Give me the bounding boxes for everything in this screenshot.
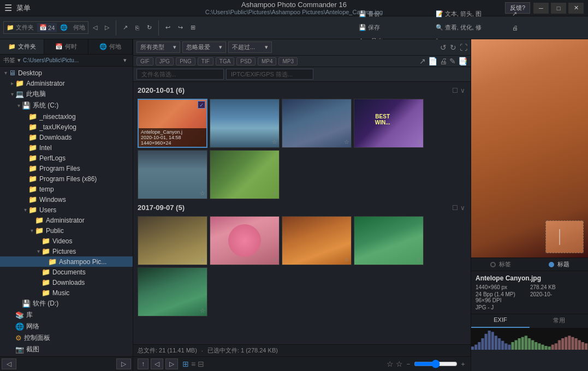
thumbnail-7[interactable]: ☆ (138, 216, 207, 265)
thumbnail-11[interactable]: ☆ (138, 267, 207, 316)
thumb-star-7[interactable]: ☆ (200, 256, 205, 263)
nav-next-button[interactable]: ▷ (165, 358, 178, 369)
star2-icon[interactable]: ☆ (396, 360, 403, 368)
psd-chip[interactable]: PSD (236, 57, 256, 65)
thumbnail-8[interactable]: ☆ (210, 216, 280, 265)
share2-button[interactable]: ↗ (419, 57, 426, 65)
tree-item-programfiles(x86)[interactable]: 📁 Program Files (x86) (0, 173, 133, 184)
tree-item-programfiles[interactable]: 📁 Program Files (0, 163, 133, 173)
gif-chip[interactable]: GIF (136, 57, 153, 65)
thumbnail-selected[interactable]: Antelope_Canyon.j 2020-10-01, 14:58 1440… (138, 99, 207, 148)
menu-icon[interactable]: ☰ (4, 3, 12, 13)
normal-tab[interactable]: 常用 (530, 314, 588, 328)
grid-view-button[interactable]: ⊞ (187, 22, 199, 33)
rotate-cw-button[interactable]: ↻ (144, 22, 155, 33)
jpg-chip[interactable]: JPG (156, 57, 174, 65)
tree-item-控制面板[interactable]: ⚙ 控制面板 (0, 332, 133, 344)
tree-item-_taxukeylog[interactable]: 📁 _taxUKeylog (0, 122, 133, 132)
exif-tab[interactable]: EXIF (471, 314, 530, 328)
tree-item-desktop[interactable]: ▾ 🖥 Desktop (0, 68, 133, 78)
thumb-star-4[interactable]: ☆ (416, 139, 421, 146)
tree-item-系统(c:)[interactable]: ▾ 💾 系统 (C:) (0, 100, 133, 111)
sidebar-tab-folder[interactable]: 📁 文件夹 (0, 39, 44, 54)
share-rt-button[interactable]: ↗ (509, 8, 585, 20)
sidebar-prev-button[interactable]: ◁ (2, 358, 16, 369)
thumbnail-4[interactable]: BESTWIN... ☆ (354, 99, 424, 148)
tree-item-music[interactable]: 📁 Music (0, 288, 133, 298)
path-dropdown-icon[interactable]: ▾ (123, 57, 127, 64)
nav-forward-button[interactable]: ▷ (102, 22, 112, 33)
thumb-star-2[interactable]: ☆ (272, 139, 277, 146)
thumbnail-2[interactable]: ☆ (210, 99, 280, 148)
mp3-chip[interactable]: MP3 (278, 57, 298, 65)
rating-filter[interactable]: 忽略最爱▾ (182, 41, 226, 53)
nav-back-button[interactable]: ◁ (90, 22, 100, 33)
detail-view-icon[interactable]: ⊟ (198, 360, 204, 368)
sidebar-next-button[interactable]: ▷ (116, 358, 131, 369)
fullscreen-button[interactable]: ⛶ (460, 43, 467, 52)
doc-button[interactable]: 📄 (428, 57, 437, 65)
grid-view-icon[interactable]: ⊞ (182, 360, 189, 368)
tree-item-administrator[interactable]: ▸ 📁 Administrator (0, 78, 133, 88)
label-tab[interactable]: 标签 (471, 258, 530, 271)
thumb-star-10[interactable]: ☆ (416, 256, 421, 263)
zoom-slider[interactable] (414, 360, 458, 368)
thumb-star-5[interactable]: ☆ (200, 190, 205, 197)
thumb-check-1[interactable]: ✓ (198, 101, 205, 109)
reload-button[interactable]: ↻ (450, 43, 456, 52)
sidebar-tab-date[interactable]: 📅 何时 (44, 39, 88, 54)
refresh-button[interactable]: ↺ (440, 43, 447, 52)
tree-item-此电脑[interactable]: ▾ 💻 此电脑 (0, 88, 133, 100)
thumbnail-6[interactable]: ☆ (210, 150, 280, 199)
star-icon[interactable]: ☆ (387, 360, 394, 368)
edit-button[interactable]: ✎ (449, 57, 456, 65)
undo-button[interactable]: ↩ (162, 22, 174, 33)
tree-item-intel[interactable]: 📁 Intel (0, 142, 133, 153)
thumb-star-9[interactable]: ☆ (344, 256, 349, 263)
tree-item-软件(d:)[interactable]: 💾 软件 (D:) (0, 298, 133, 309)
menu-label[interactable]: 菜单 (16, 3, 31, 13)
sidebar-tab-place[interactable]: 🌐 何地 (88, 39, 133, 54)
tree-item-windows[interactable]: 📁 Windows (0, 194, 133, 205)
map-tab[interactable]: 🌐 (58, 23, 70, 32)
tree-item-ashampoopic...[interactable]: 📁 Ashampoo Pic... (0, 256, 133, 267)
redo-button[interactable]: ↪ (175, 22, 186, 33)
thumb-star-3[interactable]: ☆ (344, 139, 349, 146)
tree-item-_nisectaxlog[interactable]: 📁 _nisectaxlog (0, 111, 133, 122)
group-expand-2[interactable]: ∨ (460, 204, 465, 212)
tree-item-截图[interactable]: 📷 截图 (0, 344, 133, 355)
nav-up-button[interactable]: ↑ (138, 358, 149, 369)
mp4-chip[interactable]: MP4 (258, 57, 277, 65)
tif-chip[interactable]: TIF (198, 57, 213, 65)
thumbnail-3[interactable]: ☆ (282, 99, 352, 148)
thumbnail-9[interactable]: ☆ (282, 216, 352, 265)
tree-item-网络[interactable]: 🌐 网络 (0, 321, 133, 332)
copy-button[interactable]: ⎘ (132, 22, 142, 33)
tree-item-downloads[interactable]: 📁 Downloads (0, 277, 133, 288)
date-tab[interactable]: 📅24 (37, 23, 57, 32)
view-button[interactable]: 🔍 查看, 优化, 修 (432, 21, 508, 34)
type-filter[interactable]: 所有类型▾ (136, 41, 180, 53)
tree-item-public[interactable]: ▾ 📁 Public (0, 225, 133, 236)
group-check-1[interactable]: ☐ (452, 87, 458, 94)
thumb-star-6[interactable]: ☆ (272, 190, 277, 197)
group-check-2[interactable]: ☐ (452, 204, 458, 212)
nav-prev-button[interactable]: ◁ (151, 358, 163, 369)
save-button[interactable]: 💾 保存 (355, 21, 431, 34)
zoom-plus-icon[interactable]: ＋ (460, 360, 466, 369)
tree-item-perflogs[interactable]: 📁 PerfLogs (0, 153, 133, 163)
tree-item-videos[interactable]: 📁 Videos (0, 236, 133, 246)
group-expand-1[interactable]: ∨ (460, 87, 465, 94)
thumb-star-8[interactable]: ☆ (272, 256, 277, 263)
tree-item-temp[interactable]: 📁 temp (0, 184, 133, 194)
share-button[interactable]: ↗ (120, 22, 131, 33)
tree-item-downloads[interactable]: 📁 Downloads (0, 132, 133, 142)
tga-chip[interactable]: TGA (216, 57, 235, 65)
size-filter[interactable]: 不超过...▾ (228, 41, 272, 53)
folder-tab[interactable]: 📁 文件夹 (4, 22, 36, 33)
print2-button[interactable]: 🖨 (439, 57, 447, 65)
thumb-star-11[interactable]: ☆ (200, 307, 205, 314)
png-chip[interactable]: PNG (176, 57, 195, 65)
tree-item-pictures[interactable]: ▾ 📁 Pictures (0, 246, 133, 256)
list-view-icon[interactable]: ≡ (191, 360, 195, 368)
